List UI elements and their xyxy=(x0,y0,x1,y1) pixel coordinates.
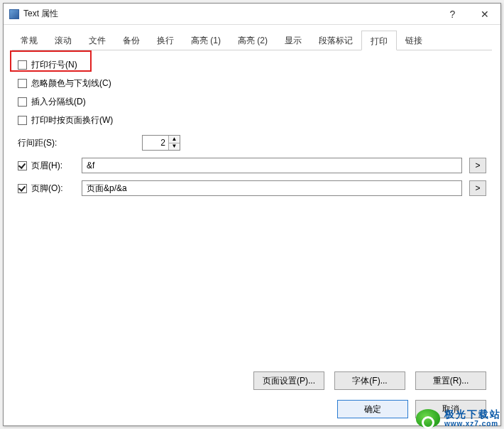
check-print-line-numbers-label: 打印行号(N) xyxy=(31,59,77,71)
close-button[interactable]: ✕ xyxy=(469,4,500,24)
tab-panel-print: 打印行号(N) 忽略颜色与下划线(C) 插入分隔线(D) 打印时按页面换行(W)… xyxy=(12,50,492,209)
line-spacing-input[interactable] xyxy=(143,136,168,150)
help-button[interactable]: ? xyxy=(437,4,469,24)
font-button[interactable]: 字体(F)... xyxy=(334,371,405,390)
tab-wrap[interactable]: 换行 xyxy=(148,31,182,50)
tab-general[interactable]: 常规 xyxy=(12,31,46,50)
watermark-text: 极光下载站 www.xz7.com xyxy=(444,409,501,428)
spinner-up-icon[interactable]: ▲ xyxy=(169,136,180,143)
tab-strip: 常规 滚动 文件 备份 换行 高亮 (1) 高亮 (2) 显示 段落标记 打印 … xyxy=(12,31,492,50)
check-insert-separator-row[interactable]: 插入分隔线(D) xyxy=(18,96,486,108)
watermark: 极光下载站 www.xz7.com xyxy=(416,409,501,428)
tab-highlight1[interactable]: 高亮 (1) xyxy=(182,31,229,50)
header-more-button[interactable]: > xyxy=(469,158,486,173)
window-title: Text 属性 xyxy=(23,8,58,20)
check-print-line-numbers-row[interactable]: 打印行号(N) xyxy=(18,59,486,71)
footer-row: 页脚(O): > xyxy=(18,180,486,196)
header-input[interactable] xyxy=(82,158,462,173)
check-wrap-on-print-label: 打印时按页面换行(W) xyxy=(31,114,113,126)
spinner-down-icon[interactable]: ▼ xyxy=(169,143,180,151)
checkbox-group: 打印行号(N) 忽略颜色与下划线(C) 插入分隔线(D) 打印时按页面换行(W) xyxy=(18,59,486,126)
check-ignore-colors-row[interactable]: 忽略颜色与下划线(C) xyxy=(18,77,486,89)
content: 常规 滚动 文件 备份 换行 高亮 (1) 高亮 (2) 显示 段落标记 打印 … xyxy=(4,25,500,209)
checkbox-icon xyxy=(18,116,27,125)
checkbox-icon xyxy=(18,60,27,70)
watermark-main: 极光下载站 xyxy=(444,409,501,420)
app-icon xyxy=(9,9,19,19)
ok-button[interactable]: 确定 xyxy=(337,400,408,418)
checkbox-icon xyxy=(18,97,27,107)
check-insert-separator-label: 插入分隔线(D) xyxy=(31,96,86,108)
checkbox-icon xyxy=(18,161,27,170)
line-spacing-label: 行间距(S): xyxy=(18,137,64,149)
spinner-buttons: ▲ ▼ xyxy=(168,136,180,150)
tab-file[interactable]: 文件 xyxy=(80,31,114,50)
page-setup-button[interactable]: 页面设置(P)... xyxy=(253,371,324,390)
check-wrap-on-print-row[interactable]: 打印时按页面换行(W) xyxy=(18,114,486,126)
tab-print[interactable]: 打印 xyxy=(361,31,397,50)
header-label: 页眉(H): xyxy=(31,160,62,172)
titlebar: Text 属性 ? ✕ xyxy=(4,4,500,25)
dialog-window: Text 属性 ? ✕ 常规 滚动 文件 备份 换行 高亮 (1) 高亮 (2)… xyxy=(3,3,501,426)
header-check-row[interactable]: 页眉(H): xyxy=(18,160,75,172)
tab-display[interactable]: 显示 xyxy=(276,31,310,50)
footer-more-button[interactable]: > xyxy=(469,180,486,196)
tab-scroll[interactable]: 滚动 xyxy=(46,31,80,50)
checkbox-icon xyxy=(18,184,27,193)
watermark-logo-icon xyxy=(416,409,440,428)
titlebar-left: Text 属性 xyxy=(9,8,58,20)
watermark-sub: www.xz7.com xyxy=(444,420,501,428)
tab-paragraph[interactable]: 段落标记 xyxy=(310,31,361,50)
reset-button[interactable]: 重置(R)... xyxy=(415,371,486,390)
header-row: 页眉(H): > xyxy=(18,158,486,173)
line-spacing-row: 行间距(S): ▲ ▼ xyxy=(18,135,486,151)
footer-input[interactable] xyxy=(82,180,462,196)
tab-link[interactable]: 链接 xyxy=(397,31,431,50)
tab-highlight2[interactable]: 高亮 (2) xyxy=(229,31,276,50)
footer-check-row[interactable]: 页脚(O): xyxy=(18,183,75,195)
checkbox-icon xyxy=(18,79,27,88)
bottom-actions: 页面设置(P)... 字体(F)... 重置(R)... xyxy=(253,371,486,390)
check-ignore-colors-label: 忽略颜色与下划线(C) xyxy=(31,77,111,89)
line-spacing-spinner[interactable]: ▲ ▼ xyxy=(142,135,180,151)
tab-backup[interactable]: 备份 xyxy=(114,31,148,50)
titlebar-controls: ? ✕ xyxy=(437,4,500,24)
footer-label: 页脚(O): xyxy=(31,183,63,195)
